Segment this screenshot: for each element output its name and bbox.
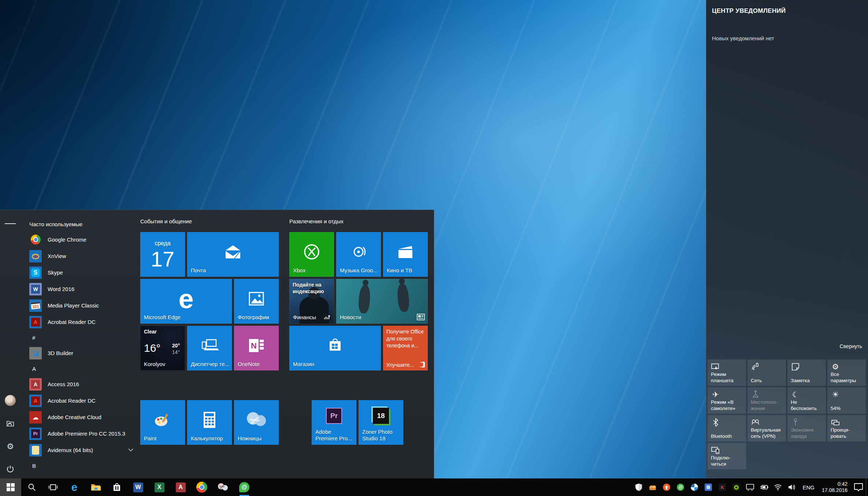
quick-actions-grid: Режим планшета Сеть Заметка ⚙ Все параме… (708, 359, 867, 469)
taskbar-chrome[interactable] (191, 478, 212, 496)
quick-action-connect[interactable]: Подклю- читься (708, 443, 746, 469)
taskbar-store[interactable] (106, 478, 127, 496)
tile-device-manager[interactable]: Диспетчер те... (187, 326, 232, 370)
file-explorer-rail-button[interactable] (5, 418, 16, 429)
app-item-xnview[interactable]: XnView (21, 248, 141, 264)
tile-paint[interactable]: Paint (140, 400, 185, 445)
tile-adobe-premiere[interactable]: Pr Adobe Premiere Pro... (312, 400, 356, 445)
app-item-google-chrome[interactable]: Google Chrome (21, 231, 141, 248)
action-center-button[interactable] (851, 478, 866, 496)
quick-action-airplane-mode[interactable]: ✈ Режим «В самолете» (708, 387, 746, 414)
tray-display-icon[interactable] (746, 483, 754, 492)
tile-xbox[interactable]: Xbox (289, 232, 334, 277)
tray-wifi-icon[interactable] (774, 483, 782, 492)
tile-store[interactable]: Магазин (289, 326, 381, 370)
taskbar-access[interactable]: A (170, 478, 191, 496)
tile-get-office[interactable]: Получите Office для своего телефона и...… (383, 326, 428, 370)
taskbar-file-explorer[interactable] (85, 478, 106, 496)
tile-label: Новости (340, 314, 361, 321)
search-button[interactable] (21, 478, 42, 496)
app-item-label: Acrobat Reader DC (48, 319, 96, 325)
tile-movies-tv[interactable]: Кино и ТВ (383, 232, 428, 277)
collapse-link[interactable]: Свернуть (840, 343, 862, 349)
chevron-down-icon[interactable] (128, 448, 133, 452)
taskbar-clock[interactable]: 0:42 17.08.2016 (822, 481, 847, 493)
tray-cloud-icon[interactable] (648, 483, 657, 492)
tray-at-icon[interactable]: @ (676, 483, 685, 492)
quick-action-battery-saver[interactable]: Экономия заряда (787, 415, 826, 441)
tile-onenote[interactable]: N OneNote (234, 326, 279, 370)
notification-icon (854, 483, 863, 492)
app-item-skype[interactable]: S Skype (21, 264, 141, 281)
app-item-avidemux[interactable]: Avidemux (64 bits) (21, 442, 141, 458)
quick-action-location[interactable]: Местополо- жение (748, 387, 786, 414)
tray-defender-shield-icon[interactable] (634, 483, 643, 492)
tile-zoner-photo-studio[interactable]: 18 Zoner Photo Studio 18 (359, 400, 403, 445)
tray-volume-icon[interactable] (787, 483, 796, 492)
tray-kaspersky-icon[interactable]: K (718, 483, 727, 492)
app-item-3d-builder[interactable]: ◪ 3D Builder (21, 345, 141, 361)
settings-rail-button[interactable]: ⚙ (5, 441, 16, 452)
app-item-acrobat-reader[interactable]: A Acrobat Reader DC (21, 314, 141, 330)
taskbar-mail-agent[interactable]: @ (234, 478, 255, 496)
app-item-adobe-creative-cloud[interactable]: ☁ Adobe Creative Cloud (21, 409, 141, 425)
tile-group-title-entertainment[interactable]: Развлечения и отдых (289, 218, 344, 224)
tile-calculator[interactable]: Калькулятор (187, 400, 232, 445)
taskbar-excel[interactable]: X (149, 478, 170, 496)
tray-update-arrow-icon[interactable] (662, 483, 671, 492)
tile-mail[interactable]: Почта (187, 232, 279, 277)
start-button[interactable] (0, 478, 21, 496)
store-bag-icon (289, 326, 381, 365)
quick-action-bluetooth[interactable]: Bluetooth (708, 415, 746, 441)
tray-nvidia-icon[interactable] (732, 483, 741, 492)
action-center-title: ЦЕНТР УВЕДОМЛЕНИЙ (712, 7, 786, 15)
word-icon: W (133, 482, 143, 492)
quick-action-project[interactable]: Проеци- ровать (827, 415, 866, 441)
tile-microsoft-edge[interactable]: e Microsoft Edge (140, 279, 232, 324)
tray-battery-icon[interactable] (760, 483, 768, 492)
premiere-icon: Pr (29, 428, 42, 440)
bluetooth-icon (711, 418, 720, 427)
taskbar-edge[interactable]: e (64, 478, 85, 496)
user-account-button[interactable] (5, 395, 16, 406)
word-icon: W (29, 283, 42, 295)
hamburger-menu-button[interactable] (5, 218, 16, 229)
windows-logo-icon (7, 483, 15, 491)
tile-group-title-events[interactable]: События и общение (140, 218, 192, 224)
tray-browser-swirl-icon[interactable] (690, 483, 699, 492)
tile-calendar[interactable]: среда 17 (140, 232, 185, 277)
quick-action-network[interactable]: Сеть (748, 359, 786, 386)
quick-action-brightness[interactable]: ☀ 54% (827, 387, 866, 414)
quick-action-quiet-hours[interactable]: ☾ Не беспокоить (787, 387, 826, 414)
quick-action-note[interactable]: Заметка (787, 359, 826, 386)
taskbar-word[interactable]: W (127, 478, 149, 496)
section-letter-a[interactable]: А (21, 361, 141, 376)
tile-photos[interactable]: Фотографии (234, 279, 279, 324)
app-item-word-2016[interactable]: W Word 2016 (21, 281, 141, 297)
task-view-button[interactable] (42, 478, 64, 496)
tray-photo-app-icon[interactable] (704, 483, 713, 492)
quick-action-vpn[interactable]: Виртуальная сеть (VPN) (748, 415, 786, 441)
app-item-acrobat-reader-2[interactable]: A Acrobat Reader DC (21, 392, 141, 409)
show-desktop-button[interactable] (866, 478, 868, 496)
power-button[interactable] (5, 463, 16, 474)
language-indicator[interactable]: ENG (802, 484, 815, 491)
access-icon: A (29, 378, 42, 391)
app-item-label: 3D Builder (48, 350, 73, 356)
section-letter-b[interactable]: В (21, 458, 141, 473)
app-item-adobe-premiere[interactable]: Pr Adobe Premiere Pro CC 2015.3 (21, 425, 141, 442)
quick-action-tablet-mode[interactable]: Режим планшета (708, 359, 746, 386)
tile-weather[interactable]: Clear 16° 20° 14° Korolyov (140, 326, 185, 370)
tile-groove-music[interactable]: Музыка Groo... (336, 232, 381, 277)
quick-action-all-settings[interactable]: ⚙ Все параметры (827, 359, 866, 386)
calendar-weekday: среда (140, 240, 185, 247)
section-letter-hash[interactable]: # (21, 330, 141, 345)
tile-snipping-tool[interactable]: ✂ Ножницы (234, 400, 279, 445)
app-item-access-2016[interactable]: A Access 2016 (21, 376, 141, 392)
tile-news[interactable]: Новости (336, 279, 428, 324)
settings-gear-icon: ⚙ (7, 442, 14, 451)
tile-finance[interactable]: Подайте на индексацию Финансы (289, 279, 334, 324)
battery-saver-icon (791, 418, 800, 427)
taskbar-snipping-tool[interactable]: ✂ (212, 478, 234, 496)
app-item-media-player-classic[interactable]: 321 Media Player Classic (21, 297, 141, 314)
